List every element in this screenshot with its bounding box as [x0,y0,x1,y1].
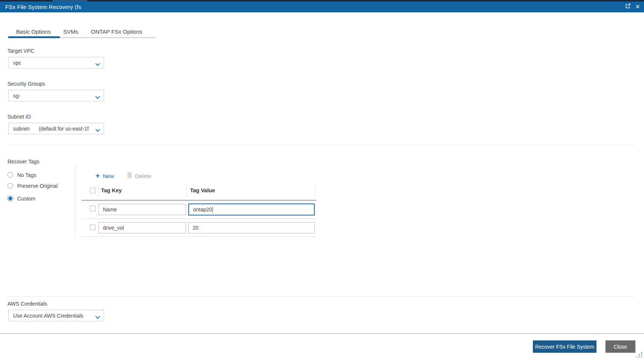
recover-fsx-button[interactable]: Recover FSx File System [533,340,596,353]
tab-ontap-fsx-options[interactable]: ONTAP FSx Options [91,28,142,35]
radio-icon [7,172,13,178]
active-tab-indicator [8,36,60,38]
plus-icon: + [95,172,100,180]
delete-tag-button[interactable]: Delete [127,172,151,180]
column-header-tag-value: Tag Value [190,187,215,193]
tag-value-value: ontap20 [193,206,212,212]
section-divider [7,145,635,146]
target-vpc-value: vpc [13,60,21,66]
dialog-titlebar [0,1,644,12]
footer-close-button[interactable]: Close [605,340,635,353]
row-checkbox[interactable] [90,206,95,211]
new-tag-label: New [103,173,114,179]
select-all-checkbox[interactable] [90,188,95,193]
fsx-recovery-dialog: FSx File System Recovery (fs ✕ Basic Opt… [0,0,644,358]
row-separator [82,218,316,219]
aws-credentials-value: Use Account AWS Credentials [13,313,83,319]
tag-value-input[interactable]: 20 [188,222,315,233]
chevron-down-icon [95,94,100,100]
tag-value-input[interactable]: ontap20 [188,204,315,215]
target-vpc-select[interactable]: vpc [8,57,104,68]
chevron-down-icon [95,314,100,320]
trash-icon [127,172,132,180]
radio-preserve-original-label: Preserve Original [17,183,58,189]
tab-svms[interactable]: SVMs [63,28,78,35]
chevron-down-icon [95,61,100,67]
section-divider [7,296,635,297]
row-separator [82,236,316,237]
subnet-id-value-suffix: (default for us-east-1f [39,126,89,132]
new-tag-button[interactable]: + New [95,172,114,180]
subnet-id-value: subnet- [13,126,31,132]
radio-no-tags-label: No Tags [17,172,36,178]
tag-key-value: drive_vol [103,225,124,231]
chevron-down-icon [95,127,100,133]
target-vpc-label: Target VPC [7,48,34,54]
text-caret [213,206,213,212]
tag-value-value: 20 [193,225,199,231]
table-header-border [82,200,316,201]
subnet-id-label: Subnet ID [7,114,31,120]
delete-tag-label: Delete [135,173,151,179]
radio-selected-icon [7,196,13,201]
radio-custom-label: Custom [17,196,35,202]
expand-icon [625,3,631,10]
vertical-divider [75,165,75,238]
radio-preserve-original[interactable]: Preserve Original [7,183,58,189]
tag-key-input[interactable]: drive_vol [98,222,186,233]
aws-credentials-select[interactable]: Use Account AWS Credentials [8,310,104,321]
subnet-id-select[interactable]: subnet- (default for us-east-1f [8,123,104,134]
close-button[interactable]: ✕ [634,3,641,10]
column-header-tag-key: Tag Key [101,187,122,193]
dialog-title: FSx File System Recovery (fs [5,1,81,12]
column-separator [98,185,99,196]
recover-tags-label: Recover Tags [7,159,39,165]
tab-basic-options[interactable]: Basic Options [16,28,51,35]
column-separator [186,185,187,196]
security-groups-value: sg- [13,93,20,99]
maximize-button[interactable] [625,3,631,10]
aws-credentials-label: AWS Credentials [7,301,47,307]
tag-key-value: Name [103,206,117,212]
radio-custom[interactable]: Custom [7,195,35,202]
security-groups-label: Security Groups [7,81,45,87]
footer-divider [0,333,644,334]
tag-key-input[interactable]: Name [98,204,186,215]
security-groups-select[interactable]: sg- [8,90,104,101]
tab-basic-options-label: Basic Options [16,28,51,35]
column-separator [315,185,315,196]
close-icon: ✕ [635,3,640,10]
radio-icon [7,183,13,189]
row-checkbox[interactable] [90,224,95,230]
resize-grip-icon[interactable] [637,352,643,357]
radio-no-tags[interactable]: No Tags [7,172,36,178]
tab-ontap-fsx-options-label: ONTAP FSx Options [91,28,142,35]
tab-svms-label: SVMs [63,28,78,35]
